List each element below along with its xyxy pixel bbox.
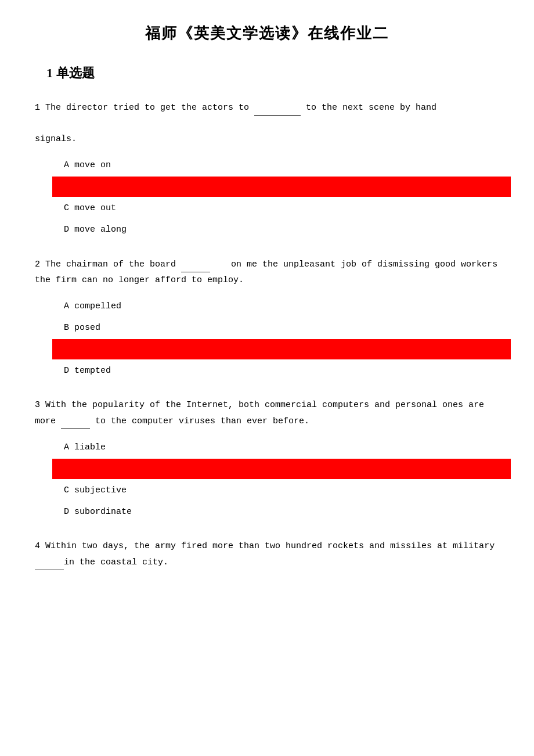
question-2: 2 The chairman of the board on me the un…: [35, 256, 499, 381]
blank-3: [61, 413, 90, 429]
option-2-c[interactable]: C pressed: [52, 339, 511, 359]
question-3-options: A liable B vulnerable C subjective D sub…: [35, 437, 499, 522]
option-1-b[interactable]: B move off: [52, 177, 511, 197]
option-2-a[interactable]: A compelled: [58, 296, 499, 316]
blank-4: [35, 554, 64, 570]
option-2-b[interactable]: B posed: [58, 318, 499, 338]
option-3-a[interactable]: A liable: [58, 437, 499, 458]
option-1-c[interactable]: C move out: [58, 198, 499, 218]
page-title: 福师《英美文学选读》在线作业二: [35, 23, 499, 44]
question-3-text: 3 With the popularity of the Internet, b…: [35, 397, 499, 429]
question-4: 4 Within two days, the army fired more t…: [35, 538, 499, 570]
question-1-text: 1 The director tried to get the actors t…: [35, 99, 499, 147]
question-1: 1 The director tried to get the actors t…: [35, 99, 499, 240]
question-2-text: 2 The chairman of the board on me the un…: [35, 256, 499, 288]
option-3-c[interactable]: C subjective: [58, 480, 499, 501]
blank-2: [181, 256, 210, 272]
option-1-d[interactable]: D move along: [58, 219, 499, 240]
question-4-text: 4 Within two days, the army fired more t…: [35, 538, 499, 570]
blank-1: [254, 99, 301, 116]
question-3: 3 With the popularity of the Internet, b…: [35, 397, 499, 522]
option-2-d[interactable]: D tempted: [58, 361, 499, 381]
section-header: 1 单选题: [35, 64, 499, 82]
question-2-options: A compelled B posed C pressed D tempted: [35, 296, 499, 381]
question-1-options: A move on B move off C move out D move a…: [35, 155, 499, 240]
option-3-b[interactable]: B vulnerable: [52, 459, 511, 479]
option-3-d[interactable]: D subordinate: [58, 502, 499, 522]
option-1-a[interactable]: A move on: [58, 155, 499, 175]
